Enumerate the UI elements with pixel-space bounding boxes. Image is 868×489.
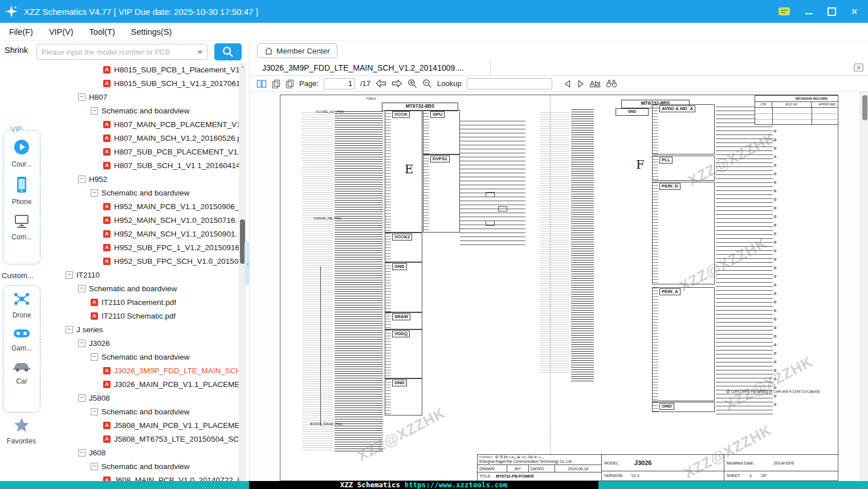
copy-page-alt-icon[interactable] [286, 79, 294, 88]
collapse-toggle-icon[interactable]: − [78, 449, 85, 457]
sidebar-item-favorites[interactable]: Favorites [0, 417, 43, 445]
tree-file-row[interactable]: AH807_MAIN_PCB_PLACEMENT_V1 [43, 117, 239, 131]
document-area[interactable]: T1814 MT6732-8BS VCCK VCCK2 GND SRAM VDD… [250, 92, 860, 481]
tree-file-row[interactable]: AH8015_SUB_SCH_1_V1.3_20170613 [43, 76, 239, 90]
collapse-toggle-icon[interactable]: − [91, 107, 98, 115]
tree-folder-row[interactable]: −Schematic and boardview [43, 104, 239, 117]
tree-file-row[interactable]: AJ3026_MAIN_PCB_V1.1_PLACEMEN [43, 377, 239, 391]
copy-page-icon[interactable] [272, 79, 280, 88]
menu-item-tool[interactable]: Tool(T) [89, 27, 115, 36]
collapse-toggle-icon[interactable]: − [91, 463, 98, 470]
pin-label-texture [540, 112, 569, 374]
tree-file-row[interactable]: AH807_MAIN_SCH_V1.2_20160526.p [43, 131, 239, 145]
collapse-toggle-icon[interactable]: − [91, 408, 98, 415]
computer-icon [13, 214, 31, 231]
tree-folder-row[interactable]: −Schematic and boardview [43, 459, 239, 473]
tree-folder-row[interactable]: −J5808 [43, 391, 239, 405]
block-pll: PLL [652, 156, 715, 181]
tree-file-row[interactable]: AIT2110 Schematic.pdf [43, 309, 239, 323]
sidebar-item-phone[interactable]: Phone [12, 176, 32, 206]
component-box [486, 221, 495, 226]
page-number-input[interactable] [324, 78, 355, 89]
tree-folder-row[interactable]: −Schematic and boardview [43, 350, 239, 364]
vip-badge-icon[interactable] [778, 6, 790, 17]
tree-item-label: Schematic and boardview [101, 189, 190, 197]
document-scrollbar-thumb[interactable] [862, 95, 867, 120]
block-peri-d: PERI_D [652, 182, 715, 284]
pin-label: BVDD8_DRAM_PMC [310, 422, 343, 426]
tree-folder-row[interactable]: −H807 [43, 90, 239, 104]
revision-record-table: REVISION RECORD LTR ECO NO APPROVED DATE [755, 95, 838, 125]
collapse-toggle-icon[interactable]: − [78, 394, 85, 402]
search-dropdown-caret-icon[interactable] [197, 51, 203, 54]
tree-folder-row[interactable]: −J608 [43, 446, 239, 459]
collapse-toggle-icon[interactable]: − [78, 93, 85, 101]
zoom-out-icon[interactable] [422, 79, 432, 88]
two-page-view-icon[interactable] [256, 79, 267, 88]
collapse-toggle-icon[interactable]: − [66, 326, 73, 333]
minimize-button[interactable] [805, 13, 813, 14]
document-scrollbar[interactable] [860, 92, 868, 481]
menu-item-vip[interactable]: VIP(V) [49, 27, 74, 36]
tree-item-label: J5808_MAIN_PCB_V1.1_PLACEME [114, 421, 239, 430]
collapse-toggle-icon[interactable]: − [78, 285, 85, 292]
find-next-icon[interactable] [577, 80, 585, 88]
search-button[interactable] [214, 43, 242, 60]
tree-file-row[interactable]: AIT2110 Placement.pdf [43, 295, 239, 309]
tree-file-row[interactable]: AH807_SUB_SCH_1_V1 1_20160414. [43, 158, 239, 172]
viewer: Member Center J3026_3M9P_FDD_LTE_MAIN_SC… [249, 41, 868, 481]
tree-file-row[interactable]: AH952_SUB_FPC_1_V1.2_20150916_ [43, 241, 239, 254]
sidebar-item-computer[interactable]: Com... [11, 214, 31, 241]
tree-folder-row[interactable]: −IT2110 [43, 268, 239, 282]
document-tab-bar: J3026_3M9P_FDD_LTE_MAIN_SCH_V1.2_2014100… [250, 60, 868, 76]
model-search-input[interactable] [36, 44, 207, 60]
next-page-icon[interactable] [392, 79, 402, 88]
menu-item-settings[interactable]: Settings(S) [131, 27, 172, 36]
sidebar-item-drone[interactable]: Drone [13, 291, 31, 319]
menu-item-file[interactable]: File(F) [9, 27, 33, 36]
titlebar: XZZ Schematics V4.77 [ VIP Due date: 202… [0, 0, 868, 23]
pdf-file-icon: A [103, 121, 111, 128]
zoom-in-icon[interactable] [407, 79, 417, 88]
collapse-toggle-icon[interactable]: − [91, 353, 98, 361]
tree-folder-row[interactable]: −J3026 [43, 336, 239, 350]
collapse-toggle-icon[interactable]: − [78, 340, 85, 347]
tree-file-row[interactable]: AH952_MAIN_SCH_V1.0_20150716. [43, 213, 239, 227]
maximize-button[interactable] [828, 7, 836, 16]
tree-file-row[interactable]: AH8015_SUB_PCB_1_Placement_V1 [43, 63, 239, 76]
tree-file-row[interactable]: AH807_SUB_PCB_PLACEMENT_V1.0 [43, 145, 239, 158]
match-case-button[interactable]: Abi [590, 79, 601, 88]
sidebar-item-car[interactable]: Car [12, 360, 31, 385]
tree-folder-row[interactable]: −Schematic and boardview [43, 186, 239, 199]
sidebar-item-course[interactable]: Cour... [11, 138, 31, 168]
tree-file-row[interactable]: AJ608_MAIN_PCB_V1.0_20140722_P [43, 473, 239, 481]
previous-page-icon[interactable] [376, 79, 386, 88]
member-center-button[interactable]: Member Center [257, 43, 337, 58]
tree-file-row[interactable]: AH952_MAIN_PCB_V1.1_20150906_ [43, 199, 239, 213]
tree-file-row[interactable]: AH952_MAIN_SCH_V1.1_20150901. [43, 227, 239, 241]
tree-file-row[interactable]: AJ5808_MT6753_LTE_20150504_SCH [43, 432, 239, 446]
document-tab[interactable]: J3026_3M9P_FDD_LTE_MAIN_SCH_V1.2_2014100… [250, 60, 491, 76]
close-button[interactable]: × [851, 6, 858, 17]
tree-folder-row[interactable]: −Schematic and boardview [43, 282, 239, 295]
star-icon [14, 417, 30, 435]
collapse-toggle-icon[interactable]: − [91, 189, 98, 197]
tree-file-row[interactable]: AH952_SUB_FPC_SCH_V1.0_201507 [43, 254, 239, 268]
close-document-icon[interactable] [854, 63, 863, 74]
tree-folder-row[interactable]: −Schematic and boardview [43, 405, 239, 418]
lookup-input[interactable] [467, 78, 552, 89]
tree-folder-row[interactable]: −H952 [43, 172, 239, 186]
collapse-toggle-icon[interactable]: − [66, 271, 73, 279]
tree-file-row[interactable]: AJ3026_3M9P_FDD_LTE_MAIN_SCH [43, 364, 239, 377]
tree-file-row[interactable]: AJ5808_MAIN_PCB_V1.1_PLACEME [43, 418, 239, 432]
collapse-toggle-icon[interactable]: − [78, 176, 85, 183]
sidebar-item-game[interactable]: Gam... [11, 327, 32, 352]
scroll-up-arrow-icon[interactable]: ▲ [239, 64, 246, 68]
find-previous-icon[interactable] [564, 80, 572, 88]
binoculars-search-icon[interactable] [606, 79, 617, 88]
shrink-button[interactable]: Shrink [5, 46, 28, 55]
status-url-link[interactable]: https://www.xzztools.com [405, 480, 508, 489]
tree-folder-row[interactable]: −J series [43, 323, 239, 336]
tree-item-label: Schematic and boardview [89, 284, 177, 293]
lookup-label: Lookup [437, 79, 462, 88]
